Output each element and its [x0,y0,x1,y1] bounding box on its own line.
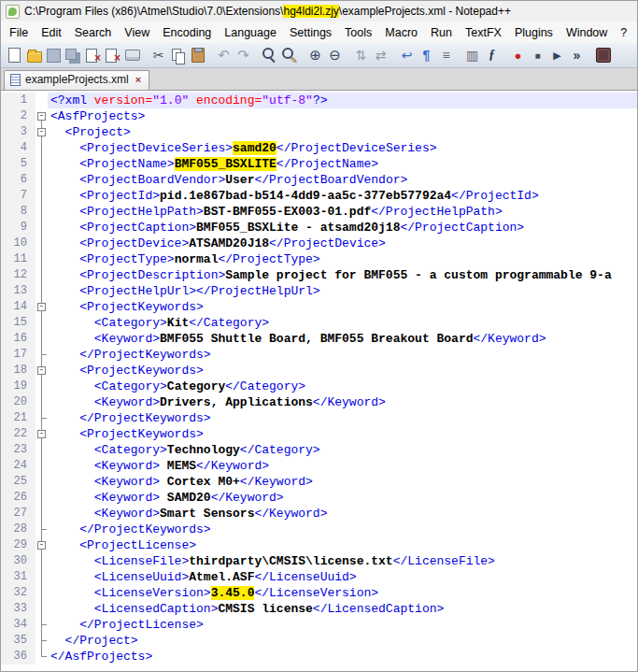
code-line[interactable]: </ProjectKeywords> [48,410,637,426]
code-line[interactable]: <ProjectDescription>Sample project for B… [48,267,637,283]
fold-collapse-icon[interactable]: - [35,537,48,553]
tab-exampleprojects-xml[interactable]: exampleProjects.xml × [4,70,149,90]
line-number[interactable]: 5 [1,156,35,172]
line-number[interactable]: 18 [1,363,35,379]
menu-item-settings[interactable]: Settings [283,23,338,42]
code-line[interactable]: <LicensedCaption>CMSIS license</Licensed… [48,601,637,617]
line-number[interactable]: 22 [1,426,35,442]
menu-item-macro[interactable]: Macro [378,23,424,42]
sync-horizontal-icon[interactable]: ⇄ [371,46,390,65]
replace-icon[interactable] [279,46,299,65]
line-number[interactable]: 28 [1,522,35,537]
close-all-icon[interactable] [103,46,122,65]
new-file-icon[interactable] [5,46,24,65]
menu-item-encoding[interactable]: Encoding [156,23,218,42]
menu-item-language[interactable]: Language [218,23,283,42]
close-file-icon[interactable] [83,46,103,65]
line-number[interactable]: 3 [1,124,35,140]
editor-text-area[interactable]: 1<?xml version="1.0" encoding="utf-8"?>2… [1,91,637,671]
sync-vertical-icon[interactable]: ⇅ [351,46,371,65]
line-number[interactable]: 11 [1,251,35,267]
line-number[interactable]: 2 [1,108,35,124]
menu-item-search[interactable]: Search [68,23,119,42]
code-line[interactable]: <?xml version="1.0" encoding="utf-8"?> [48,93,637,108]
line-number[interactable]: 33 [1,601,35,617]
line-number[interactable]: 17 [1,347,35,363]
code-line[interactable]: <LicenseVersion>3.45.0</LicenseVersion> [48,585,637,601]
undo-icon[interactable]: ↶ [214,46,234,65]
line-number[interactable]: 15 [1,315,35,331]
code-line[interactable]: <Category>Kit</Category> [48,315,637,331]
line-number[interactable]: 8 [1,204,35,220]
line-number[interactable]: 23 [1,442,35,458]
code-line[interactable]: <ProjectKeywords> [48,299,637,315]
code-line[interactable]: <ProjectName>BMF055_BSXLITE</ProjectName… [48,156,637,172]
line-number[interactable]: 12 [1,267,35,283]
line-number[interactable]: 34 [1,617,35,633]
menu-item-run[interactable]: Run [424,23,459,42]
print-icon[interactable] [122,46,142,65]
code-line[interactable]: <Category>Category</Category> [48,379,637,394]
code-line[interactable]: </ProjectLicense> [48,617,637,633]
code-line[interactable]: <ProjectType>normal</ProjectType> [48,251,637,267]
menu-item-plugins[interactable]: Plugins [508,23,560,42]
menu-item-file[interactable]: File [3,23,35,42]
line-number[interactable]: 29 [1,537,35,553]
code-line[interactable]: <ProjectBoardVendor>User</ProjectBoardVe… [48,172,637,188]
macro-run-multiple-icon[interactable]: » [567,46,587,65]
macro-stop-icon[interactable]: ■ [528,46,547,65]
menu-item-window[interactable]: Window [560,23,614,42]
code-line[interactable]: <Project> [48,124,637,140]
line-number[interactable]: 30 [1,553,35,569]
cut-icon[interactable]: ✂ [149,46,168,65]
menu-item-textfx[interactable]: TextFX [459,23,508,42]
menu-item-tools[interactable]: Tools [338,23,378,42]
word-wrap-icon[interactable]: ↩ [397,46,417,65]
line-number[interactable]: 13 [1,283,35,299]
code-line[interactable]: <Keyword>Smart Sensors</Keyword> [48,506,637,522]
line-number[interactable]: 24 [1,458,35,474]
code-line[interactable]: <Category>Technology</Category> [48,442,637,458]
line-number[interactable]: 1 [1,93,35,108]
save-all-icon[interactable] [64,46,83,65]
code-line[interactable]: </Project> [48,633,637,649]
find-icon[interactable] [260,46,279,65]
code-line[interactable]: <AsfProjects> [48,108,637,124]
code-line[interactable]: <LicenseUuid>Atmel.ASF</LicenseUuid> [48,569,637,585]
paste-icon[interactable] [188,46,207,65]
line-number[interactable]: 16 [1,331,35,347]
show-all-characters-icon[interactable]: ¶ [417,46,436,65]
tab-close-icon[interactable]: × [134,75,143,85]
plugin-icon[interactable] [593,46,613,65]
menu-item-edit[interactable]: Edit [35,23,68,42]
code-line[interactable]: <ProjectHelpPath>BST-BMF055-EX003-01.pdf… [48,204,637,220]
line-number[interactable]: 25 [1,474,35,490]
line-number[interactable]: 20 [1,394,35,410]
macro-record-icon[interactable]: ● [508,46,528,65]
menu-item-help[interactable]: ? [614,23,633,42]
fold-collapse-icon[interactable]: - [35,363,48,379]
open-file-icon[interactable] [24,46,44,65]
line-number[interactable]: 36 [1,649,35,665]
code-line[interactable]: <ProjectDevice>ATSAMD20J18</ProjectDevic… [48,236,637,251]
save-file-icon[interactable] [44,46,64,65]
fold-collapse-icon[interactable]: - [35,426,48,442]
fold-collapse-icon[interactable]: - [35,299,48,315]
menu-item-view[interactable]: View [118,23,156,42]
line-number[interactable]: 10 [1,236,35,251]
line-number[interactable]: 7 [1,188,35,204]
code-line[interactable]: <ProjectDeviceSeries>samd20</ProjectDevi… [48,140,637,156]
code-line[interactable]: </ProjectKeywords> [48,347,637,363]
code-line[interactable]: <LicenseFile>thirdparty\CMSIS\license.tx… [48,553,637,569]
line-number[interactable]: 32 [1,585,35,601]
line-number[interactable]: 4 [1,140,35,156]
line-number[interactable]: 31 [1,569,35,585]
code-line[interactable]: <Keyword> Cortex M0+</Keyword> [48,474,637,490]
line-number[interactable]: 35 [1,633,35,649]
fold-collapse-icon[interactable]: - [35,108,48,124]
function-list-icon[interactable]: ƒ [482,46,502,65]
line-number[interactable]: 14 [1,299,35,315]
redo-icon[interactable]: ↷ [234,46,253,65]
code-line[interactable]: <ProjectHelpUrl></ProjectHelpUrl> [48,283,637,299]
line-number[interactable]: 6 [1,172,35,188]
